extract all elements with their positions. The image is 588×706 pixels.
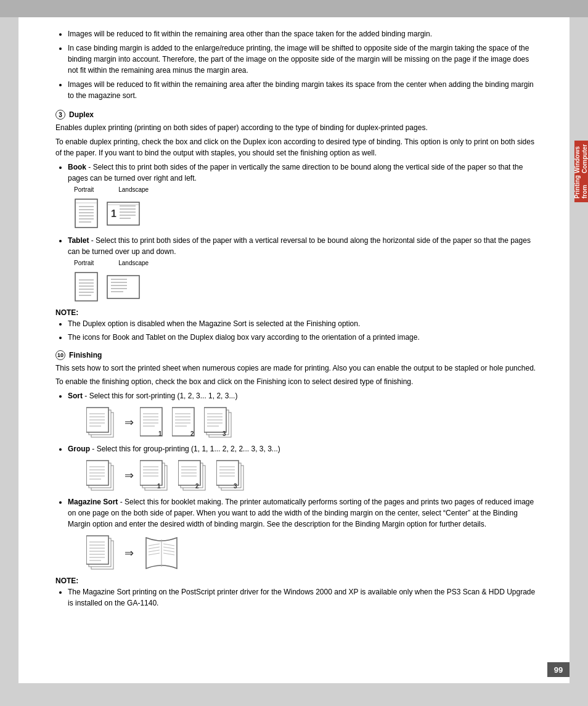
- duplex-number: 3: [55, 110, 65, 120]
- tablet-portrait-icon: [74, 271, 100, 303]
- magazine-source-icon: [86, 535, 118, 572]
- sort-arrow-icon: ⇒: [125, 416, 134, 429]
- book-icons-row: 1: [74, 198, 539, 230]
- group-icons-row: ⇒ 1 2: [86, 459, 539, 491]
- magazine-icons-row: ⇒: [86, 535, 539, 572]
- svg-rect-0: [75, 199, 97, 228]
- svg-text:1: 1: [157, 483, 161, 490]
- svg-text:1: 1: [158, 430, 162, 437]
- book-portrait-label: Portrait: [74, 186, 94, 193]
- duplex-note-label: NOTE:: [55, 308, 539, 317]
- finishing-group-bullet: Group - Select this for group-printing (…: [68, 443, 539, 454]
- intro-bullet-3: Images will be reduced to fit within the…: [68, 79, 539, 101]
- book-desc: - Select this to print both sides of the…: [68, 163, 523, 183]
- book-landscape-label: Landscape: [118, 186, 149, 193]
- finishing-note-label: NOTE:: [55, 577, 539, 585]
- duplex-book-item: Book - Select this to print both sides o…: [68, 162, 539, 184]
- duplex-notes: The Duplex option is disabled when the M…: [68, 318, 539, 343]
- group-doc1-icon: 1: [140, 459, 172, 491]
- duplex-tablet-item: Tablet - Select this to print both sides…: [68, 235, 539, 257]
- finishing-heading: 10 Finishing: [55, 350, 539, 360]
- sort-source-icon: [86, 406, 118, 438]
- group-doc3-icon: 3: [216, 459, 248, 491]
- finishing-sort-bullet: Sort - Select this for sort-printing (1,…: [68, 390, 539, 401]
- magazine-booklet-icon: [140, 535, 183, 572]
- sort-label: Sort: [68, 392, 83, 400]
- page-number: 99: [547, 662, 570, 677]
- book-label: Book: [68, 163, 86, 171]
- duplex-book-bullet: Book - Select this to print both sides o…: [68, 162, 539, 184]
- book-portrait-icon: [74, 198, 100, 230]
- group-source-icon: [86, 459, 118, 491]
- tablet-icon-labels: Portrait Landscape: [74, 260, 539, 266]
- magazine-arrow-icon: ⇒: [125, 546, 134, 560]
- book-landscape-icon: 1: [106, 201, 142, 227]
- svg-text:3: 3: [223, 430, 226, 437]
- tablet-portrait-label: Portrait: [74, 260, 94, 266]
- sort-doc3-icon: 3: [204, 406, 236, 438]
- tablet-desc: - Select this to print both sides of the…: [68, 236, 531, 256]
- duplex-desc2: To enable duplex printing, check the box…: [55, 136, 539, 159]
- tablet-icons-row: [74, 271, 539, 303]
- page-wrapper: Printing from Windows Computer Images wi…: [0, 0, 588, 706]
- magazine-desc: - Select this for booklet making. The pr…: [68, 498, 534, 528]
- svg-text:2: 2: [195, 483, 199, 490]
- sort-desc: - Select this for sort-printing (1, 2, 3…: [83, 392, 237, 400]
- duplex-note-1: The Duplex option is disabled when the M…: [68, 318, 539, 329]
- svg-text:1: 1: [111, 208, 116, 219]
- group-doc2-icon: 2: [178, 459, 210, 491]
- top-bar: [0, 0, 588, 17]
- intro-bullet-1: Images will be reduced to fit within the…: [68, 28, 539, 39]
- duplex-title: Duplex: [69, 110, 94, 119]
- finishing-desc1: This sets how to sort the printed sheet …: [55, 363, 539, 374]
- group-desc: - Select this for group-printing (1, 1, …: [90, 445, 280, 453]
- book-icon-labels: Portrait Landscape: [74, 186, 539, 193]
- finishing-magazine-item: Magazine Sort - Select this for booklet …: [68, 496, 539, 530]
- duplex-desc1: Enables duplex printing (printing on bot…: [55, 122, 539, 134]
- intro-bullet-2: In case binding margin is added to the e…: [68, 43, 539, 76]
- finishing-note-1: The Magazine Sort printing on the PostSc…: [68, 586, 539, 609]
- finishing-title: Finishing: [69, 351, 102, 359]
- svg-rect-16: [75, 273, 97, 301]
- finishing-number: 10: [55, 350, 65, 360]
- finishing-magazine-bullet: Magazine Sort - Select this for booklet …: [68, 496, 539, 530]
- group-label: Group: [68, 445, 90, 453]
- duplex-note-2: The icons for Book and Tablet on the Dup…: [68, 332, 539, 343]
- sort-doc2-icon: 2: [172, 406, 198, 438]
- svg-text:2: 2: [190, 430, 194, 437]
- finishing-desc2: To enable the finishing option, check th…: [55, 376, 539, 388]
- group-arrow-icon: ⇒: [125, 469, 134, 482]
- sort-icons-row: ⇒ 1 2: [86, 406, 539, 438]
- tablet-landscape-label: Landscape: [118, 260, 149, 266]
- svg-rect-96: [86, 536, 108, 564]
- tablet-landscape-icon: [106, 274, 142, 300]
- svg-text:3: 3: [234, 483, 237, 490]
- tablet-label: Tablet: [68, 236, 89, 245]
- finishing-notes: The Magazine Sort printing on the PostSc…: [68, 586, 539, 609]
- finishing-sort-item: Sort - Select this for sort-printing (1,…: [68, 390, 539, 401]
- duplex-heading: 3 Duplex: [55, 110, 539, 120]
- page-content: Printing from Windows Computer Images wi…: [18, 17, 570, 683]
- sort-doc1-icon: 1: [140, 406, 166, 438]
- intro-bullet-list: Images will be reduced to fit within the…: [68, 28, 539, 101]
- finishing-group-item: Group - Select this for group-printing (…: [68, 443, 539, 454]
- duplex-tablet-bullet: Tablet - Select this to print both sides…: [68, 235, 539, 257]
- magazine-label: Magazine Sort: [68, 498, 118, 506]
- side-tab: Printing from Windows Computer: [574, 141, 588, 202]
